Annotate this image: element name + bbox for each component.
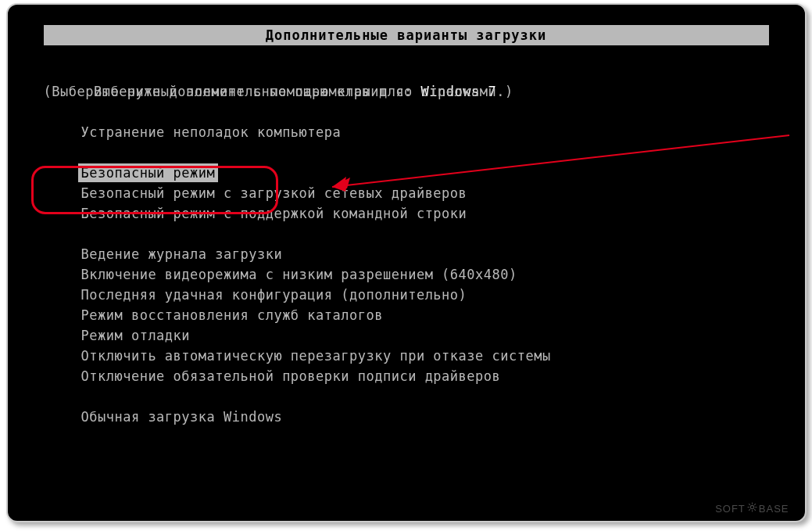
option-disable-driver-sig[interactable]: Отключение обязательной проверки подписи…: [44, 366, 769, 386]
watermark: SOFT BASE: [715, 502, 789, 515]
option-safe-mode[interactable]: Безопасный режим: [44, 163, 769, 183]
svg-line-10: [749, 504, 750, 505]
svg-line-12: [749, 509, 750, 511]
option-ds-restore[interactable]: Режим восстановления служб каталогов: [44, 305, 769, 325]
option-low-res-video[interactable]: Включение видеорежима с низким разрешени…: [44, 264, 769, 285]
content-area: Выберите дополнительные параметры для: W…: [44, 61, 769, 427]
title-text: Дополнительные варианты загрузки: [266, 27, 547, 43]
svg-line-13: [754, 504, 756, 505]
option-safe-mode-networking[interactable]: Безопасный режим с загрузкой сетевых дра…: [44, 183, 769, 203]
option-last-known-good[interactable]: Последняя удачная конфигурация (дополнит…: [44, 285, 769, 305]
prompt-line: Выберите дополнительные параметры для: W…: [44, 61, 769, 81]
spacer: [44, 386, 769, 407]
option-debug-mode[interactable]: Режим отладки: [44, 325, 769, 346]
watermark-right: BASE: [759, 503, 789, 515]
boot-screen: Дополнительные варианты загрузки Выберит…: [6, 3, 807, 522]
option-repair-computer[interactable]: Устранение неполадок компьютера: [44, 122, 769, 142]
hint-line: (Выберите нужный элемент с помощью клави…: [44, 81, 769, 102]
option-boot-logging[interactable]: Ведение журнала загрузки: [44, 244, 769, 264]
option-safe-mode-command[interactable]: Безопасный режим с поддержкой командной …: [44, 203, 769, 224]
spacer: [44, 224, 769, 244]
option-disable-auto-restart[interactable]: Отключить автоматическую перезагрузку пр…: [44, 346, 769, 366]
watermark-left: SOFT: [715, 503, 746, 515]
spacer: [44, 142, 769, 163]
option-start-normally[interactable]: Обычная загрузка Windows: [44, 407, 769, 427]
svg-line-11: [754, 509, 756, 511]
boot-options-list[interactable]: Устранение неполадок компьютера Безопасн…: [44, 122, 769, 427]
svg-point-5: [750, 505, 753, 508]
gear-icon: [747, 502, 757, 515]
title-bar: Дополнительные варианты загрузки: [44, 25, 769, 45]
